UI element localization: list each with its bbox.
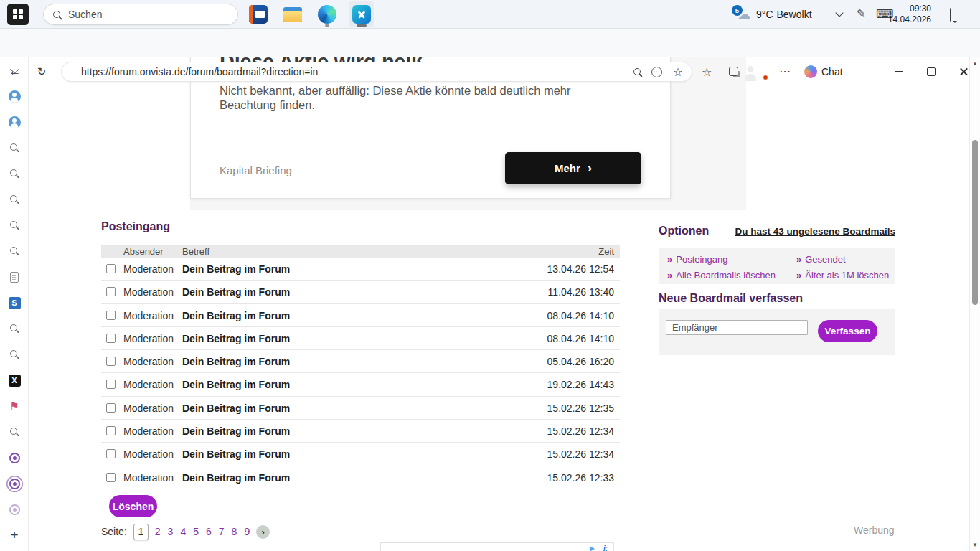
row-subject-link[interactable]: Dein Beitrag im Forum [182, 379, 290, 390]
tab-x-site[interactable] [0, 367, 29, 393]
page-options-icon[interactable] [651, 67, 662, 77]
taskbar-search[interactable]: Suchen [43, 4, 238, 25]
page-scrollbar[interactable] [969, 57, 980, 551]
taskbar-app-outlook[interactable] [245, 1, 271, 27]
adchoices-info-icon[interactable] [603, 545, 608, 551]
boardmail-row[interactable]: Moderation Dein Beitrag im Forum 08.04.2… [101, 304, 620, 327]
row-sender: Moderation [123, 379, 174, 390]
row-subject-link[interactable]: Dein Beitrag im Forum [182, 425, 290, 437]
row-checkbox[interactable] [106, 287, 116, 296]
recipient-input[interactable] [666, 320, 808, 335]
tab-search-8[interactable] [0, 419, 29, 445]
row-checkbox[interactable] [106, 449, 116, 458]
boardmail-row[interactable]: Moderation Dein Beitrag im Forum 08.04.2… [101, 327, 620, 350]
tray-chevron-icon[interactable] [835, 9, 843, 17]
window-close-button[interactable] [953, 62, 976, 82]
weather-widget[interactable]: 5 9°C Bewölkt [738, 0, 812, 29]
bookmark-star-icon[interactable] [673, 65, 683, 79]
ad-more-button[interactable]: Mehr [505, 152, 641, 184]
start-button[interactable] [7, 4, 29, 25]
compose-submit-button[interactable]: Verfassen [818, 320, 877, 342]
tab-document[interactable] [0, 264, 29, 290]
compose-title: Neue Boardmail verfassen [659, 292, 803, 305]
page-number-link[interactable]: 6 [206, 526, 212, 537]
window-minimize-button[interactable] [887, 62, 910, 82]
page-number-link[interactable]: 8 [232, 526, 237, 537]
boardmail-row[interactable]: Moderation Dein Beitrag im Forum 05.04.2… [101, 350, 620, 373]
address-bar[interactable]: https://forum.onvista.de/forum/boardmail… [61, 62, 692, 82]
browser-menu-icon[interactable] [779, 65, 791, 78]
copilot-chat-button[interactable]: Chat [798, 62, 849, 82]
tab-search-3[interactable] [0, 187, 29, 212]
page-number-link[interactable]: 3 [168, 526, 174, 537]
collections-icon[interactable] [729, 67, 738, 76]
tab-search-5[interactable] [0, 238, 29, 264]
back-button[interactable] [6, 63, 24, 80]
boardmail-row[interactable]: Moderation Dein Beitrag im Forum 15.02.2… [101, 466, 620, 489]
tab-search-4[interactable] [0, 212, 29, 238]
pen-icon[interactable] [857, 7, 866, 20]
option-link[interactable]: Älter als 1M löschen [796, 270, 895, 281]
unread-boardmails-link[interactable]: Du hast 43 ungelesene Boardmails [735, 226, 895, 237]
notifications-icon[interactable] [950, 8, 951, 22]
scrollbar-thumb[interactable] [972, 140, 978, 305]
page-number-link[interactable]: 4 [180, 526, 186, 537]
tab-onvista-active[interactable] [0, 471, 29, 496]
row-subject-link[interactable]: Dein Beitrag im Forum [182, 472, 290, 484]
row-checkbox[interactable] [106, 357, 116, 366]
row-subject-link[interactable]: Dein Beitrag im Forum [182, 356, 290, 367]
boardmail-row[interactable]: Moderation Dein Beitrag im Forum 11.04.2… [101, 281, 620, 303]
row-checkbox[interactable] [106, 311, 116, 320]
boardmail-row[interactable]: Moderation Dein Beitrag im Forum 15.02.2… [101, 443, 620, 466]
row-subject-link[interactable]: Dein Beitrag im Forum [182, 310, 290, 321]
tab-search-2[interactable] [0, 161, 29, 187]
tab-onvista-2[interactable] [0, 496, 29, 522]
page-number-link[interactable]: 7 [219, 526, 225, 537]
reload-button[interactable] [32, 63, 51, 80]
taskbar-clock[interactable]: 09:30 14.04.2026 [887, 4, 931, 25]
favorites-icon[interactable] [702, 65, 712, 79]
zoom-icon[interactable] [633, 68, 641, 75]
row-subject-link[interactable]: Dein Beitrag im Forum [182, 402, 290, 414]
row-subject-link[interactable]: Dein Beitrag im Forum [182, 286, 290, 298]
page-number-link[interactable]: 9 [244, 526, 250, 537]
taskbar-app-explorer[interactable] [280, 1, 306, 27]
adchoices-triangle-icon[interactable] [590, 546, 595, 551]
next-page-button[interactable] [256, 525, 270, 539]
boardmail-row[interactable]: Moderation Dein Beitrag im Forum 15.02.2… [101, 397, 620, 420]
url-text[interactable]: https://forum.onvista.de/forum/boardmail… [81, 66, 623, 77]
row-subject-link[interactable]: Dein Beitrag im Forum [182, 448, 290, 460]
row-checkbox[interactable] [106, 473, 116, 482]
copilot-icon [804, 65, 817, 78]
row-checkbox[interactable] [106, 264, 116, 273]
tab-search-6[interactable] [0, 316, 29, 342]
new-tab-button[interactable] [0, 525, 29, 545]
tab-search-1[interactable] [0, 135, 29, 161]
option-link[interactable]: Gesendet [796, 254, 895, 265]
tab-avatar-2[interactable] [0, 109, 29, 135]
ad-body: Nicht bekannt, aber auffällig: Diese Akt… [220, 83, 611, 112]
row-subject-link[interactable]: Dein Beitrag im Forum [182, 263, 290, 275]
taskbar-app-edge[interactable] [314, 1, 340, 27]
tab-onvista-1[interactable] [0, 445, 29, 471]
page-number-link[interactable]: 5 [193, 526, 199, 537]
tab-flag-site[interactable] [0, 393, 29, 419]
boardmail-row[interactable]: Moderation Dein Beitrag im Forum 15.02.2… [101, 420, 620, 443]
taskbar-app-active[interactable] [349, 1, 374, 27]
page-number-link[interactable]: 2 [155, 526, 161, 537]
tab-avatar-1[interactable] [0, 83, 29, 109]
option-link[interactable]: Alle Boardmails löschen [667, 270, 796, 281]
boardmail-row[interactable]: Moderation Dein Beitrag im Forum 13.04.2… [101, 258, 620, 281]
tab-s-site[interactable] [0, 290, 29, 316]
tab-search-7[interactable] [0, 342, 29, 367]
option-link[interactable]: Posteingang [667, 254, 796, 265]
delete-button[interactable]: Löschen [109, 495, 157, 517]
boardmail-row[interactable]: Moderation Dein Beitrag im Forum 19.02.2… [101, 373, 620, 396]
row-checkbox[interactable] [106, 403, 116, 413]
row-subject-link[interactable]: Dein Beitrag im Forum [182, 333, 290, 344]
row-checkbox[interactable] [106, 426, 116, 435]
scroll-down-arrow[interactable] [970, 542, 980, 548]
row-checkbox[interactable] [106, 334, 116, 343]
window-maximize-button[interactable] [920, 62, 943, 82]
row-checkbox[interactable] [106, 380, 116, 389]
